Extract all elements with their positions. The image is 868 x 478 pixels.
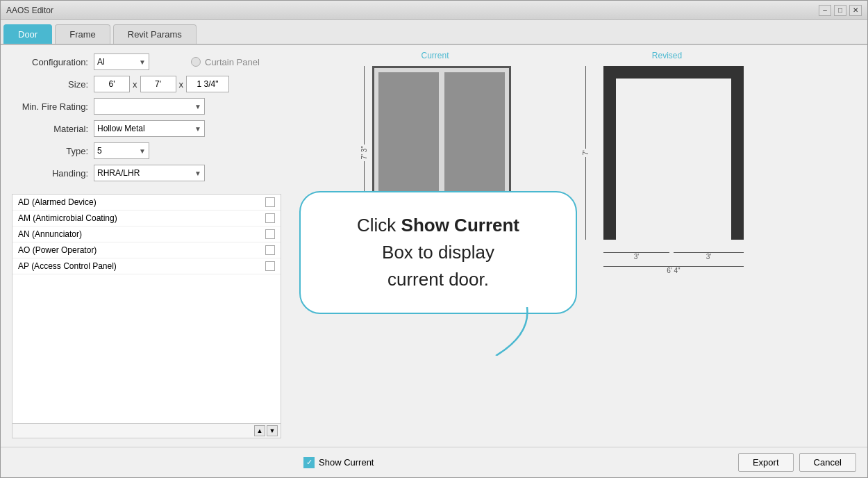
material-label: Material: [12, 124, 88, 134]
tab-frame[interactable]: Frame [55, 24, 110, 44]
list-item: AN (Annunciator) [12, 226, 281, 242]
accessories-list: AD (Alarmed Device) AM (Antimicrobial Co… [12, 194, 281, 438]
right-panel: Click Show Current Box to display curren… [292, 45, 867, 447]
list-item-label: AP (Access Control Panel) [18, 261, 265, 271]
bubble-tail-svg [482, 307, 537, 356]
show-current-label: Show Current [319, 457, 374, 468]
revised-dim-right-label: 3' [706, 253, 711, 261]
current-height-label: 7' 3" [359, 145, 369, 160]
bubble-line1: Click [357, 215, 401, 236]
list-item-label: AM (Antimicrobial Coating) [18, 213, 265, 223]
list-item: AM (Antimicrobial Coating) [12, 211, 281, 226]
configuration-dropdown[interactable]: Al ▼ [94, 53, 149, 70]
size-x2: x [179, 79, 184, 90]
scroll-down-btn[interactable]: ▼ [267, 425, 278, 436]
form-section: Configuration: Al ▼ Curtain Panel Size: [12, 53, 281, 187]
list-item: AP (Access Control Panel) [12, 258, 281, 274]
handing-dropdown[interactable]: RHRA/LHR ▼ [94, 165, 205, 181]
revised-diagram-wrapper: 7' 3' [581, 66, 753, 240]
revised-dim-total: 6' 4" [603, 266, 744, 274]
list-scroll-controls: ▲ ▼ [12, 423, 281, 438]
revised-dim-total-label: 6' 4" [667, 267, 680, 274]
revised-door-frame: 3' 3' 6' 4" [594, 66, 753, 240]
configuration-control: Al ▼ [94, 53, 149, 70]
main-content: Configuration: Al ▼ Curtain Panel Size: [1, 45, 867, 447]
material-dropdown[interactable]: Hollow Metal ▼ [94, 120, 205, 137]
config-dropdown-arrow: ▼ [139, 58, 146, 66]
type-dropdown[interactable]: 5 ▼ [94, 142, 149, 159]
curtain-panel-radio: Curtain Panel [191, 57, 260, 67]
bottom-bar: ✓ Show Current Export Cancel [1, 447, 867, 477]
cancel-button[interactable]: Cancel [799, 453, 856, 472]
list-item-checkbox[interactable] [265, 197, 275, 207]
window-title: AAOS Editor [6, 6, 53, 15]
type-row: Type: 5 ▼ [12, 142, 281, 159]
export-button[interactable]: Export [738, 453, 794, 472]
curtain-panel-label: Curtain Panel [205, 57, 260, 67]
revised-dim-right: 3' [674, 252, 744, 261]
revised-frame-top [603, 66, 744, 79]
window-controls: – □ ✕ [819, 5, 862, 16]
type-arrow: ▼ [139, 147, 146, 155]
revised-vert-dim: 7' [581, 66, 591, 240]
material-arrow: ▼ [194, 125, 201, 133]
list-item-label: AD (Alarmed Device) [18, 197, 265, 207]
fire-rating-label: Min. Fire Rating: [12, 101, 88, 112]
scroll-up-btn[interactable]: ▲ [254, 425, 265, 436]
handing-row: Handing: RHRA/LHR ▼ [12, 165, 281, 181]
configuration-label: Configuration: [12, 57, 88, 67]
revised-diagram-title: Revised [652, 51, 682, 60]
revised-dim-left-label: 3' [634, 253, 639, 261]
curtain-panel-radio-btn[interactable] [191, 57, 201, 67]
tab-door[interactable]: Door [3, 24, 52, 44]
list-item-checkbox[interactable] [265, 229, 275, 239]
fire-rating-dropdown[interactable]: ▼ [94, 98, 205, 115]
material-row: Material: Hollow Metal ▼ [12, 120, 281, 137]
revised-frame-left [603, 66, 616, 240]
show-current-checkbox[interactable]: ✓ [303, 457, 315, 468]
accessories-list-scroll[interactable]: AD (Alarmed Device) AM (Antimicrobial Co… [12, 195, 281, 423]
tab-revit-params[interactable]: Revit Params [113, 24, 197, 44]
fire-rating-arrow: ▼ [194, 103, 201, 110]
revised-dim-left: 3' [603, 252, 669, 261]
list-item: AO (Power Operator) [12, 242, 281, 258]
revised-height-label: 7' [581, 149, 591, 156]
configuration-row: Configuration: Al ▼ Curtain Panel [12, 53, 281, 70]
list-item-label: AN (Annunciator) [18, 229, 265, 239]
tabs-bar: Door Frame Revit Params [1, 20, 867, 45]
size-inputs: x x [94, 76, 229, 92]
list-item-checkbox[interactable] [265, 261, 275, 271]
size-label: Size: [12, 79, 88, 90]
handing-label: Handing: [12, 168, 88, 179]
type-label: Type: [12, 146, 88, 156]
list-item-label: AO (Power Operator) [18, 245, 265, 255]
bubble-line3: current door. [387, 269, 489, 290]
left-panel: Configuration: Al ▼ Curtain Panel Size: [1, 45, 292, 447]
revised-diagram-area: Revised 7' [581, 51, 753, 240]
handing-arrow: ▼ [194, 170, 201, 177]
list-item-checkbox[interactable] [265, 245, 275, 255]
bottom-buttons: Export Cancel [738, 453, 856, 472]
speech-bubble: Click Show Current Box to display curren… [299, 191, 577, 314]
current-diagram-title: Current [421, 51, 449, 60]
minimize-button[interactable]: – [819, 5, 831, 16]
close-button[interactable]: ✕ [849, 5, 862, 16]
revised-frame-right [731, 66, 744, 240]
fire-rating-row: Min. Fire Rating: ▼ [12, 98, 281, 115]
size-height-input[interactable] [140, 76, 176, 92]
bubble-bold: Show Current [401, 215, 519, 236]
size-x1: x [133, 79, 137, 90]
main-window: AAOS Editor – □ ✕ Door Frame Revit Param… [0, 0, 868, 478]
list-item-checkbox[interactable] [265, 213, 275, 223]
bubble-line2: Box to display [382, 242, 494, 263]
bubble-text: Click Show Current Box to display curren… [326, 212, 551, 293]
size-width-input[interactable] [94, 76, 130, 92]
size-thickness-input[interactable] [186, 76, 229, 92]
title-bar: AAOS Editor – □ ✕ [1, 1, 867, 20]
show-current-area: ✓ Show Current [303, 457, 374, 468]
size-row: Size: x x [12, 76, 281, 92]
list-item: AD (Alarmed Device) [12, 195, 281, 211]
maximize-button[interactable]: □ [834, 5, 846, 16]
